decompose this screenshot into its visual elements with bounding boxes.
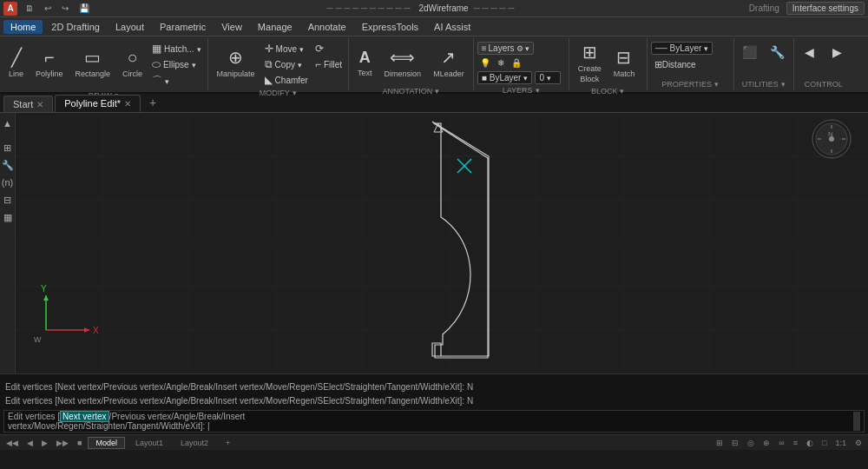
ribbon-rectangle-btn[interactable]: ▭ Rectangle bbox=[70, 40, 116, 85]
nav-prev-btn[interactable]: ◀ bbox=[24, 438, 36, 448]
mleader-icon: ↗ bbox=[441, 47, 456, 68]
menu-2d-drafting[interactable]: 2D Drafting bbox=[44, 20, 107, 34]
control-btn-1[interactable]: ◀ bbox=[798, 43, 822, 61]
menu-annotate[interactable]: Annotate bbox=[301, 20, 353, 34]
tab-start[interactable]: Start ✕ bbox=[3, 96, 53, 112]
move-icon: ✛ bbox=[265, 43, 273, 55]
model-tab[interactable]: Model bbox=[88, 437, 125, 449]
lineweight-btn[interactable]: ≡ bbox=[791, 438, 800, 448]
ribbon-ellipse-btn[interactable]: ⬭ Ellipse bbox=[149, 57, 203, 71]
file-menu-btn[interactable]: 🗎 bbox=[23, 3, 36, 13]
ribbon-modify-group: ⊕ Manipulate ✛ Move ⧉ Copy ◣ Chamfer ⟳ bbox=[208, 38, 350, 90]
match-icon: ⊟ bbox=[616, 47, 631, 68]
menu-view[interactable]: View bbox=[214, 20, 249, 34]
left-tool-5[interactable]: ⊟ bbox=[1, 193, 15, 207]
ribbon-circle-btn[interactable]: ○ Circle bbox=[117, 40, 148, 85]
transparency-btn[interactable]: ◐ bbox=[804, 438, 816, 448]
bylayer-prop-dropdown[interactable]: ── ByLayer bbox=[651, 42, 713, 55]
nav-next-btn[interactable]: ▶ bbox=[39, 438, 50, 448]
utility-btn-2[interactable]: 🔧 bbox=[766, 43, 790, 61]
menu-layout[interactable]: Layout bbox=[108, 20, 151, 34]
menu-expresstools[interactable]: ExpressTools bbox=[355, 20, 425, 34]
cmd-history-line-2: Edit vertices [Next vertex/Previous vert… bbox=[3, 394, 865, 408]
tab-add-btn[interactable]: + bbox=[142, 93, 163, 112]
ribbon-line-btn[interactable]: ╱ Line bbox=[3, 40, 29, 85]
ribbon-move-btn[interactable]: ✛ Move bbox=[262, 42, 311, 56]
left-tool-1[interactable]: ▲ bbox=[1, 116, 15, 130]
ribbon-mleader-btn[interactable]: ↗ MLeader bbox=[428, 40, 470, 85]
bylayer-prop-label: ── ByLayer bbox=[655, 43, 702, 53]
layout1-tab[interactable]: Layout1 bbox=[128, 438, 170, 448]
manipulate-icon: ⊕ bbox=[228, 47, 243, 68]
layout-add-btn[interactable]: + bbox=[219, 438, 237, 448]
ribbon-match-btn[interactable]: ⊟ Match bbox=[608, 40, 641, 85]
ribbon-chamfer-btn[interactable]: ◣ Chamfer bbox=[262, 73, 311, 87]
ribbon-layer-lock-btn[interactable]: 🔒 bbox=[509, 57, 524, 69]
tab-start-label: Start bbox=[13, 99, 33, 109]
ribbon-polyline-btn[interactable]: ⌐ Polyline bbox=[30, 40, 69, 85]
ribbon-arc-btn[interactable]: ⌒ bbox=[149, 73, 203, 89]
left-tool-4[interactable]: (n) bbox=[1, 175, 15, 189]
status-bar: ◀◀ ◀ ▶ ▶▶ ■ Model Layout1 Layout2 + ⊞ ⊟ … bbox=[0, 434, 868, 450]
workspace-label: Drafting bbox=[749, 3, 779, 13]
menu-parametric[interactable]: Parametric bbox=[153, 20, 213, 34]
cmd-prefix: Edit vertices [ bbox=[8, 412, 60, 421]
layers-icon: ≡ bbox=[482, 43, 487, 53]
utilities-group-label: UTILITIES bbox=[738, 80, 790, 89]
command-input-row[interactable]: Edit vertices [Next vertex/Previous vert… bbox=[3, 410, 865, 433]
utility-btn-1[interactable]: ⬛ bbox=[738, 43, 762, 61]
ribbon-manipulate-btn[interactable]: ⊕ Manipulate bbox=[212, 40, 260, 85]
nav-first-btn[interactable]: ◀◀ bbox=[3, 438, 21, 448]
tab-start-close[interactable]: ✕ bbox=[36, 100, 43, 109]
interface-settings-btn[interactable]: Interface settings bbox=[786, 2, 865, 15]
ribbon-block-group: ⊞ Create Block ⊟ Match BLOCK bbox=[569, 38, 648, 90]
left-tool-6[interactable]: ▦ bbox=[1, 210, 15, 224]
tab-polyline-edit[interactable]: Polyline Edit* ✕ bbox=[55, 95, 141, 112]
arc-icon: ⌒ bbox=[152, 74, 162, 89]
redo-btn[interactable]: ↪ bbox=[59, 3, 71, 13]
cmd-scroll[interactable] bbox=[853, 412, 860, 431]
tab-polyline-edit-close[interactable]: ✕ bbox=[124, 99, 131, 109]
layers-group-label: LAYERS bbox=[477, 86, 565, 95]
distance-btn[interactable]: ⊞ Distance bbox=[651, 57, 700, 72]
polar-btn[interactable]: ◎ bbox=[745, 438, 757, 448]
annotation-group-label: ANNOTATION bbox=[352, 87, 470, 96]
ribbon-dimension-btn[interactable]: ⟺ Dimension bbox=[379, 40, 427, 85]
line-icon: ╱ bbox=[11, 47, 22, 68]
layers-btn[interactable]: ≡ Layers ⚙ bbox=[477, 42, 534, 55]
ribbon-regen-btn[interactable]: ⟳ bbox=[312, 42, 345, 56]
control-btn-2[interactable]: ▶ bbox=[825, 43, 850, 61]
nav-stop-btn[interactable]: ■ bbox=[75, 438, 84, 448]
fillet-icon: ⌐ bbox=[315, 58, 321, 70]
ribbon-copy-btn[interactable]: ⧉ Copy bbox=[262, 57, 311, 71]
undo-btn[interactable]: ↩ bbox=[42, 3, 54, 13]
left-tool-2[interactable]: ⊞ bbox=[1, 141, 15, 155]
layer-lock-icon: 🔒 bbox=[511, 58, 522, 68]
layout2-tab[interactable]: Layout2 bbox=[174, 438, 215, 448]
ribbon-layer-freeze-btn[interactable]: ❄ bbox=[495, 57, 507, 69]
otrack-btn[interactable]: ∞ bbox=[776, 438, 786, 448]
bylayer-dropdown[interactable]: ■ ByLayer bbox=[477, 71, 533, 84]
annotation-scale-btn[interactable]: 1:1 bbox=[832, 438, 849, 448]
tab-polyline-edit-label: Polyline Edit* bbox=[64, 98, 121, 109]
osnap-btn[interactable]: ⊕ bbox=[760, 438, 773, 448]
menu-ai-assist[interactable]: AI Assist bbox=[427, 20, 477, 34]
ribbon-layer-off-btn[interactable]: 💡 bbox=[477, 57, 493, 69]
left-tool-3[interactable]: 🔧 bbox=[1, 158, 15, 172]
ribbon-create-block-btn[interactable]: ⊞ Create Block bbox=[573, 40, 607, 85]
layer-number-dropdown[interactable]: 0 bbox=[535, 71, 561, 84]
workspace-switch-btn[interactable]: ⚙ bbox=[852, 438, 865, 448]
ribbon-fillet-btn[interactable]: ⌐ Fillet bbox=[312, 57, 345, 71]
menu-manage[interactable]: Manage bbox=[251, 20, 299, 34]
ortho-btn[interactable]: ⊟ bbox=[729, 438, 741, 448]
ribbon-hatch-btn[interactable]: ▦ Hatch... bbox=[149, 42, 203, 56]
ribbon-text-btn[interactable]: A Text bbox=[352, 40, 378, 85]
control-1-icon: ◀ bbox=[805, 45, 814, 59]
snap-btn[interactable]: ⊞ bbox=[713, 438, 726, 448]
save-btn[interactable]: 💾 bbox=[76, 3, 92, 13]
ribbon-annotation-group: A Text ⟺ Dimension ↗ MLeader ANNOTATION bbox=[349, 38, 474, 90]
selection-btn[interactable]: □ bbox=[819, 438, 829, 448]
menu-home[interactable]: Home bbox=[3, 20, 43, 34]
control-group-label: CONTROL bbox=[798, 80, 850, 89]
nav-last-btn[interactable]: ▶▶ bbox=[54, 438, 71, 448]
